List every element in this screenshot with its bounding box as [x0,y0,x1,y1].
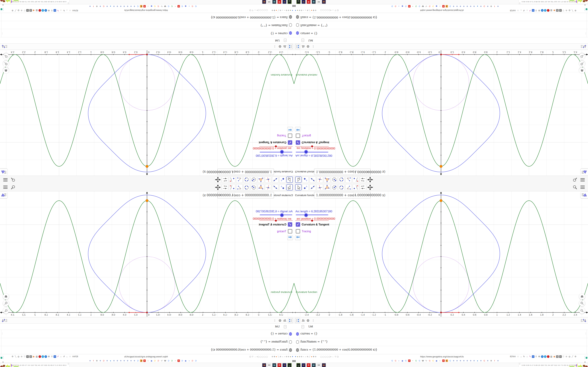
monitor-app-icon[interactable]: ▦ [312,363,316,367]
star-badge-icon[interactable]: ❖ [486,359,489,362]
function-fx-button[interactable]: fx [282,44,287,49]
kebab-menu-icon[interactable]: ⋮ [585,32,587,35]
star-badge-icon[interactable]: ❖ [469,5,472,8]
list-item[interactable]: funcs = {1.000000000000 + cos(4.00000000… [294,13,588,21]
info-icon[interactable]: i [147,359,149,362]
blue-circle-icon[interactable]: ● [476,359,479,362]
google-icon[interactable]: G [195,5,197,8]
globe-icon[interactable]: ◉ [150,5,153,8]
note-icon[interactable]: ♪ [281,9,284,12]
graphics-panel-button[interactable] [2,318,7,323]
gear-icon[interactable]: ⚙ [273,355,276,358]
star-badge-icon[interactable]: ❖ [473,359,475,362]
circle-icon[interactable]: ● [289,9,292,12]
kebab-menu-icon[interactable]: ⋮ [1,332,3,335]
pin-icon[interactable]: ▼ [291,355,294,358]
arc-start-point[interactable] [440,54,442,55]
translate-icon[interactable]: A [72,355,74,358]
function-fx-button[interactable]: fx [301,44,306,49]
globe-icon[interactable]: ⊕ [314,9,317,12]
loop-icon[interactable]: ↻ [160,5,163,8]
circle-center-point-tool-button[interactable] [331,176,337,183]
google-icon[interactable]: G [181,359,183,362]
conic-through-points-tool-button[interactable] [243,176,250,183]
save-app-icon[interactable]: 64 [317,0,321,4]
list-item[interactable]: funcs = {1.000000000000 + cos(4.00000000… [294,346,588,354]
tracing-checkbox[interactable] [288,133,292,138]
star-badge-icon[interactable]: ❖ [126,5,129,8]
google-icon[interactable]: G [449,5,451,8]
object-visibility-dot[interactable] [296,348,299,352]
perpendicular-line-tool-button[interactable] [317,176,323,183]
google-icon[interactable]: G [415,5,417,8]
kebab-menu-icon[interactable]: ⋮ [585,332,587,335]
arc-position-slider-thumb[interactable] [311,220,313,222]
trash-icon[interactable]: ▥ [550,9,553,12]
kebab-menu-button[interactable]: ⋮ [272,318,277,323]
perpendicular-line-tool-button[interactable] [265,184,271,191]
translate-blue-icon[interactable]: A [53,9,56,12]
kebab-menu-button[interactable]: ⋮ [311,318,316,323]
graphics-stylebar-button[interactable] [0,192,7,198]
star-badge-icon[interactable]: ❖ [120,5,122,8]
firefox-icon[interactable]: ● [275,355,277,358]
curvature-point[interactable] [146,165,148,167]
trash-icon[interactable]: ▥ [35,9,38,12]
thumb-icon[interactable]: ◍ [17,355,20,358]
kebab-menu-button[interactable]: ⋮ [272,44,277,49]
list-item[interactable]: curves = {}⋮ [0,29,294,37]
search-button[interactable] [10,185,15,190]
star-badge-icon[interactable]: ❖ [133,5,136,8]
star-icon[interactable]: ☆ [69,355,71,358]
shield-icon[interactable]: ▽ [334,355,337,358]
globe-icon[interactable]: ◉ [401,5,404,8]
search-button[interactable] [10,177,15,182]
zero-badge-icon[interactable]: 0 [51,355,53,358]
yandex-icon[interactable]: Я [178,359,180,362]
shield-ud-icon[interactable]: U [559,9,562,12]
forward-icon[interactable]: → [520,9,522,12]
object-visibility-dot[interactable] [296,15,299,19]
kebab-menu-icon[interactable]: ⋮ [1,32,3,35]
star-badge-icon[interactable]: ❖ [89,5,91,8]
star-badge-icon[interactable]: ❖ [466,359,468,362]
gear-dark-icon[interactable]: ⚙ [48,9,50,12]
tree-view-button[interactable] [295,318,300,323]
trash-icon[interactable]: ▥ [35,355,38,358]
gear-icon[interactable]: ⚙ [490,359,493,362]
arc-length-slider-thumb[interactable] [280,150,284,154]
slider-tool-button[interactable]: a=2 [360,176,366,183]
monitor-app-icon[interactable]: ▦ [272,0,276,4]
line-tool-button[interactable] [272,176,278,183]
f-icon[interactable]: f [493,5,496,8]
google-icon[interactable]: G [449,359,451,362]
reload-icon[interactable]: ↻ [63,355,65,358]
google-icon[interactable]: G [418,5,421,8]
search-button[interactable] [573,185,578,190]
folder-icon[interactable]: ▭ [256,9,259,12]
star-badge-icon[interactable]: ❖ [463,5,465,8]
star-badge-icon[interactable]: ❖ [469,359,472,362]
star-badge-icon[interactable]: ❖ [130,5,132,8]
gear-icon[interactable]: ⚙ [96,359,98,362]
firefox-app-icon[interactable]: ● [302,0,306,4]
play-pause-button[interactable] [295,127,301,132]
orange-icon[interactable]: ◣ [140,5,142,8]
google-icon[interactable]: G [157,5,160,8]
shield-icon[interactable]: ▽ [334,9,337,12]
zero-badge-icon[interactable]: 0 [535,9,537,12]
google-icon[interactable]: G [181,5,183,8]
gear-icon[interactable]: ⚙ [11,9,14,12]
angle-tool-button[interactable] [236,176,242,183]
firefox-app-icon[interactable]: ● [282,363,286,367]
yandex-icon[interactable]: Я [144,5,146,8]
translate-icon[interactable]: A [514,355,516,358]
list-item[interactable]: funcs = {1.000000000000 + cos(4.00000000… [0,13,294,21]
firefox-icon[interactable]: ● [275,9,277,12]
google-icon[interactable]: G [429,359,431,362]
collapse-button[interactable]: − [302,39,304,42]
arc-position-slider[interactable] [295,220,329,221]
yandex-icon[interactable]: Я [178,5,180,8]
translate-blue-icon[interactable]: A [532,9,535,12]
record-icon[interactable] [38,9,41,12]
